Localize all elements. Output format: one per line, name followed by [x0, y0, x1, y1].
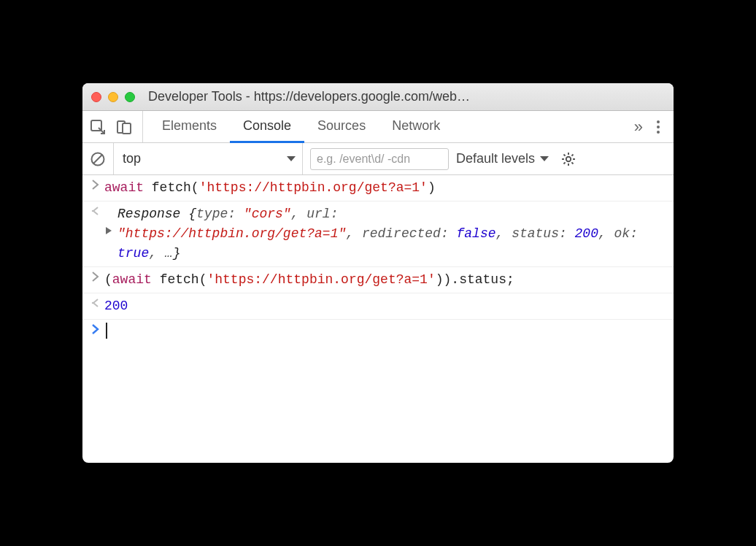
svg-line-13	[564, 154, 566, 155]
result-prompt-icon	[87, 296, 104, 308]
console-result-row: 200	[82, 293, 674, 320]
token-punct: )	[436, 272, 444, 287]
token-fn: fetch(	[152, 272, 207, 287]
gear-icon[interactable]	[561, 152, 576, 166]
console-entry: await fetch('https://httpbin.org/get?a=1…	[104, 178, 666, 198]
svg-line-7	[93, 155, 102, 164]
expand-icon[interactable]	[104, 226, 113, 235]
tab-console[interactable]: Console	[230, 111, 304, 143]
token-bool: true	[117, 246, 149, 261]
token-string: "cors"	[244, 207, 291, 221]
token-punct: (	[104, 272, 112, 287]
token-string: 'https://httpbin.org/get?a=1'	[207, 272, 435, 287]
token-ellipsis: …	[165, 246, 173, 261]
token-bool: false	[457, 226, 496, 241]
context-label: top	[123, 151, 141, 166]
kebab-menu-icon[interactable]	[650, 111, 666, 142]
token-prop: url:	[306, 207, 338, 221]
devtools-window: Developer Tools - https://developers.goo…	[82, 83, 674, 463]
chevron-down-icon	[286, 155, 296, 163]
console-result-row: Response {type: "cors", url: "https://ht…	[82, 201, 674, 267]
token-keyword: await	[112, 272, 152, 287]
svg-point-3	[657, 120, 660, 123]
console-output[interactable]: await fetch('https://httpbin.org/get?a=1…	[82, 175, 674, 463]
svg-point-17	[92, 210, 93, 212]
close-icon[interactable]	[91, 92, 101, 102]
token-prop: redirected:	[362, 226, 457, 241]
device-toggle-icon[interactable]	[116, 119, 132, 135]
token-prop: type:	[196, 207, 244, 221]
token-number: 200	[575, 226, 598, 241]
window-title: Developer Tools - https://developers.goo…	[148, 89, 665, 104]
token-punct: ,	[291, 207, 307, 221]
traffic-lights	[91, 92, 135, 102]
token-punct: ,	[496, 226, 512, 241]
tab-network[interactable]: Network	[379, 111, 453, 143]
tab-elements[interactable]: Elements	[149, 111, 230, 143]
token-punct: )	[428, 180, 436, 195]
inspect-icon[interactable]	[90, 119, 106, 135]
token-string: 'https://httpbin.org/get?a=1'	[199, 180, 428, 195]
filter-input[interactable]	[310, 148, 449, 170]
console-prompt-row[interactable]	[82, 320, 674, 345]
tabstrip: Elements Console Sources Network »	[82, 111, 674, 143]
tabs-overflow-icon[interactable]: »	[627, 111, 650, 142]
svg-point-4	[657, 126, 660, 128]
token-number: 200	[104, 299, 128, 313]
token-punct: }	[173, 246, 181, 261]
clear-console-icon[interactable]	[90, 151, 106, 167]
token-punct: ,	[598, 226, 614, 241]
tool-icons	[90, 111, 143, 142]
token-punct: ,	[346, 226, 362, 241]
input-prompt-icon	[87, 323, 104, 334]
console-input[interactable]	[104, 323, 666, 342]
chevron-down-icon	[539, 155, 549, 163]
token-punct: ,	[149, 246, 165, 261]
console-entry: (await fetch('https://httpbin.org/get?a=…	[104, 270, 666, 290]
token-prop: ok:	[614, 226, 638, 241]
token-fn: fetch(	[144, 180, 199, 195]
svg-point-5	[657, 131, 660, 134]
levels-label: Default levels	[456, 151, 535, 166]
token-prop: .status;	[451, 272, 514, 287]
svg-line-16	[571, 154, 573, 155]
minimize-icon[interactable]	[108, 92, 118, 102]
maximize-icon[interactable]	[125, 92, 135, 102]
svg-line-15	[564, 162, 566, 164]
token-class: Response	[117, 207, 188, 221]
console-entry[interactable]: Response {type: "cors", url: "https://ht…	[104, 204, 666, 264]
console-entry: 200	[104, 296, 666, 316]
console-input-row: await fetch('https://httpbin.org/get?a=1…	[82, 175, 674, 201]
token-keyword: await	[104, 180, 144, 195]
log-level-select[interactable]: Default levels	[456, 151, 549, 166]
token-prop: status:	[512, 226, 574, 241]
input-prompt-icon	[87, 178, 104, 190]
console-toolbar: top Default levels	[82, 143, 674, 175]
tab-sources[interactable]: Sources	[304, 111, 379, 143]
result-prompt-icon	[87, 204, 104, 216]
execution-context-select[interactable]: top	[113, 143, 303, 174]
svg-rect-2	[123, 123, 131, 134]
text-cursor	[106, 323, 107, 339]
svg-line-14	[571, 162, 573, 164]
titlebar: Developer Tools - https://developers.goo…	[82, 83, 674, 111]
console-input-row: (await fetch('https://httpbin.org/get?a=…	[82, 267, 674, 293]
token-punct: )	[444, 272, 452, 287]
svg-point-8	[566, 156, 571, 161]
tabs: Elements Console Sources Network	[149, 111, 627, 142]
token-string: "https://httpbin.org/get?a=1"	[117, 226, 346, 241]
token-punct: {	[188, 207, 196, 221]
svg-point-18	[92, 302, 93, 304]
input-prompt-icon	[87, 270, 104, 282]
